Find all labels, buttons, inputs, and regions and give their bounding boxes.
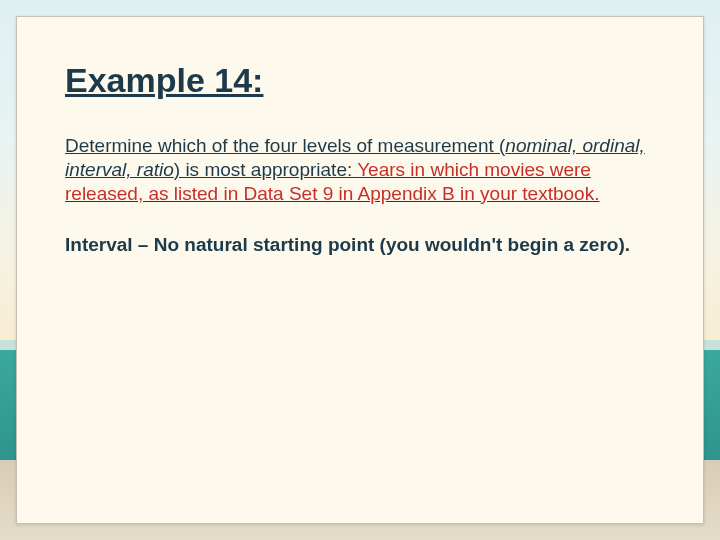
question-paragraph: Determine which of the four levels of me… (65, 134, 655, 205)
answer-text: Interval – No natural starting point (yo… (65, 233, 655, 258)
example-title: Example 14: (65, 61, 655, 100)
question-lead: Determine which of the four levels of me… (65, 135, 505, 156)
content-card: Example 14: Determine which of the four … (16, 16, 704, 524)
question-mid: ) is most appropriate: (174, 159, 357, 180)
